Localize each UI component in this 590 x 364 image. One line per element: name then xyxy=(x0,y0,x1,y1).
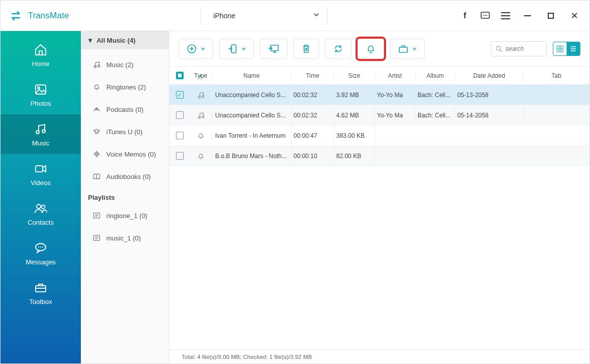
feedback-icon[interactable] xyxy=(480,10,491,21)
podcast-icon xyxy=(92,105,101,114)
header-tab[interactable]: Tab xyxy=(523,72,589,79)
toolbox-button[interactable] xyxy=(390,39,425,59)
status-footer: Total: 4 file(s)/9.00 MB; Checked: 1 fil… xyxy=(169,349,589,363)
table-row[interactable]: Unaccompanied Cello S...00:02:324.62 MBY… xyxy=(169,105,589,126)
main-panel: ▲Type Name Time Size Artist Album Date A… xyxy=(169,31,589,363)
export-to-device-button[interactable] xyxy=(219,39,254,59)
nav-home[interactable]: Home xyxy=(1,35,81,75)
svg-point-14 xyxy=(42,247,43,248)
tree-header-all-music[interactable]: ▼ All Music (4) xyxy=(81,31,169,49)
tree-item-label: Ringtones (2) xyxy=(106,83,146,91)
triangle-down-icon: ▼ xyxy=(87,37,94,44)
svg-point-10 xyxy=(42,205,45,208)
status-text: Total: 4 file(s)/9.00 MB; Checked: 1 fil… xyxy=(182,354,312,360)
header-album[interactable]: Album xyxy=(416,72,455,79)
svg-rect-27 xyxy=(560,46,563,48)
file-grid: ▲Type Name Time Size Artist Album Date A… xyxy=(169,67,589,349)
row-size: 383.00 KB xyxy=(334,126,375,146)
titlebar: TransMate iPhone f ✕ xyxy=(1,1,589,31)
grid-view-button[interactable] xyxy=(553,42,567,55)
menu-icon[interactable] xyxy=(500,10,511,21)
search-icon xyxy=(495,45,503,52)
header-artist[interactable]: Artist xyxy=(375,72,416,79)
device-name: iPhone xyxy=(213,12,235,20)
home-icon xyxy=(34,43,48,57)
nav-messages-label: Messages xyxy=(25,258,55,266)
row-artist: Yo-Yo Ma xyxy=(375,105,416,126)
header-date[interactable]: Date Added xyxy=(455,72,523,79)
tree-item-podcasts[interactable]: Podcasts (0) xyxy=(81,98,169,120)
delete-button[interactable] xyxy=(293,39,319,59)
nav-music[interactable]: Music xyxy=(1,114,81,154)
row-checkbox[interactable] xyxy=(169,132,190,139)
table-row[interactable]: ✓Unaccompanied Cello S...00:02:323.92 MB… xyxy=(169,85,589,105)
header-name[interactable]: Name xyxy=(212,72,291,79)
device-selector[interactable]: iPhone xyxy=(200,7,328,25)
svg-rect-15 xyxy=(36,286,46,292)
nav-toolbox[interactable]: Toolbox xyxy=(1,273,81,313)
tree-item-music[interactable]: Music (2) xyxy=(81,53,169,76)
nav-videos[interactable]: Videos xyxy=(1,154,81,194)
transmate-logo-icon xyxy=(9,9,23,23)
bell-icon xyxy=(92,82,101,92)
ringtone-maker-button[interactable] xyxy=(358,39,384,59)
export-to-pc-button[interactable] xyxy=(260,39,287,59)
list-view-button[interactable] xyxy=(567,42,580,55)
svg-point-2 xyxy=(485,15,486,16)
svg-point-9 xyxy=(37,204,41,208)
tree-item-playlist-music1[interactable]: music_1 (0) xyxy=(81,227,169,249)
header-size[interactable]: Size xyxy=(334,72,375,79)
waveform-icon xyxy=(92,149,101,159)
tree-section-playlists: Playlists xyxy=(81,188,169,204)
tree-header-label: All Music (4) xyxy=(97,37,136,44)
tree-item-label: Audiobooks (0) xyxy=(106,173,151,180)
header-type[interactable]: ▲Type xyxy=(190,72,212,79)
music-note-icon xyxy=(92,60,101,69)
nav-photos[interactable]: Photos xyxy=(1,75,81,114)
nav-photos-label: Photos xyxy=(31,100,51,107)
nav-home-label: Home xyxy=(32,60,50,68)
row-size: 3.92 MB xyxy=(334,85,375,105)
tree-item-playlist-ringtone1[interactable]: ringtone_1 (0) xyxy=(81,204,169,227)
row-checkbox[interactable] xyxy=(169,152,190,160)
nav-music-label: Music xyxy=(32,139,49,147)
row-type-icon xyxy=(190,111,212,119)
svg-point-33 xyxy=(202,116,204,118)
row-size: 82.00 KB xyxy=(334,146,375,166)
facebook-icon[interactable]: f xyxy=(459,10,470,21)
tree-item-ringtones[interactable]: Ringtones (2) xyxy=(81,76,169,98)
table-row[interactable]: B.o.B Bruno Mars - Noth...00:00:1082.00 … xyxy=(169,146,589,166)
photos-icon xyxy=(34,82,48,97)
close-button[interactable]: ✕ xyxy=(567,9,581,23)
header-time[interactable]: Time xyxy=(291,72,334,79)
nav-messages[interactable]: Messages xyxy=(1,233,81,273)
add-button[interactable] xyxy=(179,39,213,59)
svg-point-12 xyxy=(38,247,39,248)
table-row[interactable]: Ivan Torrent - In Aeternum00:00:47383.00… xyxy=(169,126,589,146)
tree-item-voicememos[interactable]: Voice Memos (0) xyxy=(81,143,169,165)
maximize-button[interactable] xyxy=(544,9,558,23)
app-title: TransMate xyxy=(28,11,69,21)
nav-contacts[interactable]: Contacts xyxy=(1,194,81,233)
refresh-button[interactable] xyxy=(325,39,351,59)
row-checkbox[interactable] xyxy=(169,111,190,119)
search-field[interactable] xyxy=(506,45,541,52)
svg-point-30 xyxy=(198,96,200,98)
tree-item-audiobooks[interactable]: Audiobooks (0) xyxy=(81,165,169,188)
search-input[interactable] xyxy=(491,41,547,56)
header-checkbox[interactable] xyxy=(169,72,190,79)
svg-point-1 xyxy=(483,15,484,16)
nav-toolbox-label: Toolbox xyxy=(29,298,52,306)
row-type-icon xyxy=(190,152,212,160)
tree-item-itunesu[interactable]: iTunes U (0) xyxy=(81,120,169,143)
body: Home Photos Music Videos xyxy=(1,31,589,363)
row-time: 00:00:47 xyxy=(291,126,334,146)
app-window: TransMate iPhone f ✕ xyxy=(0,0,590,364)
row-artist: Yo-Yo Ma xyxy=(375,85,416,105)
minimize-button[interactable] xyxy=(520,9,535,23)
row-checkbox[interactable]: ✓ xyxy=(169,91,190,99)
titlebar-right: f ✕ xyxy=(459,9,581,23)
view-toggle xyxy=(553,42,580,56)
svg-point-3 xyxy=(486,15,487,16)
svg-rect-26 xyxy=(557,46,559,48)
